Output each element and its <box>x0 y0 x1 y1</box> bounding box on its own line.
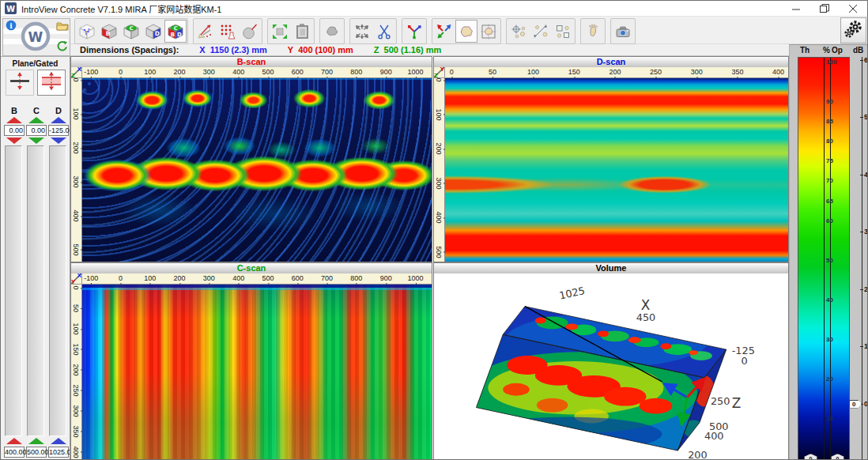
c-max-value-field[interactable]: 500.00 <box>26 447 47 458</box>
view-c-scan-button[interactable]: C <box>120 20 142 43</box>
b-max-up-button[interactable] <box>6 438 22 444</box>
pan-button[interactable] <box>351 20 373 43</box>
axis-tick: 150 <box>72 343 80 355</box>
volume-3d-view[interactable]: 1025 X 450 -125 0 250 Z 500 400 200 <box>434 273 788 460</box>
c-scan-axis-corner: XY <box>71 273 82 285</box>
view-b-scan-button[interactable]: B <box>98 20 120 43</box>
db-tick: 5 <box>864 113 868 121</box>
scale-divider <box>824 58 825 460</box>
d-scan-axis-corner: YZ <box>434 67 445 78</box>
c-max-up-button[interactable] <box>28 438 44 444</box>
d-scan-panel: D-scan YZ 050100150200250300350400 01002… <box>433 56 789 262</box>
axis-tick: 400 <box>72 209 80 221</box>
gears-icon <box>843 19 864 43</box>
c-scan-title: C-scan <box>71 263 432 274</box>
align-vector-button[interactable] <box>530 20 552 43</box>
d-max-up-button[interactable] <box>51 438 66 444</box>
d-slider-track[interactable] <box>49 145 66 436</box>
snapshot-button[interactable] <box>612 20 634 43</box>
b-scan-heatmap[interactable] <box>82 78 432 262</box>
defect-shape-button[interactable] <box>455 20 477 43</box>
d-scan-heatmap[interactable] <box>445 78 788 262</box>
sphere-probe-button[interactable] <box>239 20 261 43</box>
c-up-button[interactable] <box>28 117 44 123</box>
align-squares-button[interactable] <box>552 20 574 43</box>
gated-mode-button[interactable] <box>37 70 66 96</box>
axis-tick: 50 <box>489 68 496 76</box>
axis-tick: -100 <box>84 274 98 282</box>
window-title: IntroView Concrete V7.1.9 MIRA 厂家网站数据KM-… <box>21 2 222 15</box>
plane-mode-button[interactable] <box>6 70 34 96</box>
c-down-button[interactable] <box>28 138 44 144</box>
maximize-button[interactable] <box>810 1 839 17</box>
d-up-button[interactable] <box>51 117 66 123</box>
d-value-field[interactable]: -125.00 <box>48 125 69 136</box>
volume-label-x-mid: 450 <box>636 311 656 323</box>
b-value-field[interactable]: 0.00 <box>4 125 25 136</box>
axis-tick: 250 <box>72 384 80 396</box>
axis-tick: 250 <box>650 68 662 76</box>
corner-h-axis-label: Y <box>440 66 444 73</box>
fit-to-window-button[interactable] <box>269 20 291 43</box>
toolbar-group <box>349 18 397 44</box>
frame-view-button[interactable] <box>291 20 313 43</box>
b-slider-track[interactable] <box>5 145 22 436</box>
volume-label-y-mid: 200 <box>688 449 708 460</box>
c-scan-heatmap[interactable] <box>82 285 432 460</box>
dot-matrix-button[interactable] <box>217 20 239 43</box>
axis-tool-button[interactable] <box>403 20 425 43</box>
view-volume-button[interactable] <box>76 20 98 43</box>
percent-tick: 100 <box>826 58 836 66</box>
toolbar-group <box>193 18 262 44</box>
footprint-button[interactable] <box>582 20 604 43</box>
z-dimension: Z500 (1.16) mm <box>374 45 442 55</box>
window-controls <box>782 1 867 17</box>
dimensions-bar: Dimensions (Spacings): X1150 (2.3) mm Y4… <box>70 44 789 56</box>
axis-tick: 100 <box>144 274 156 282</box>
b-max-value-field[interactable]: 400.00 <box>4 447 25 458</box>
c-slider-track[interactable] <box>27 145 44 436</box>
axis-tick: 100 <box>527 68 539 76</box>
c-value-field[interactable]: 0.00 <box>26 125 47 136</box>
d-down-button[interactable] <box>51 138 66 144</box>
b-down-button[interactable] <box>6 138 22 144</box>
palette-arrows-button[interactable] <box>194 20 217 43</box>
app-window: W IntroView Concrete V7.1.9 MIRA 厂家网站数据K… <box>0 0 868 460</box>
align-points-button[interactable] <box>508 20 530 43</box>
defect-frame-button[interactable] <box>477 20 500 43</box>
d-scan-v-ruler: 0100200300400500 <box>434 78 445 262</box>
title-bar: W IntroView Concrete V7.1.9 MIRA 厂家网站数据K… <box>1 1 867 17</box>
axis-tick: 500 <box>72 243 80 255</box>
reload-button[interactable] <box>55 41 69 55</box>
axis-tick: 300 <box>435 177 443 189</box>
svg-text:C: C <box>174 25 178 32</box>
percent-tick: 80 <box>826 138 833 145</box>
axis-tick: 200 <box>609 68 621 76</box>
shape-tool-button[interactable] <box>321 20 343 43</box>
d-max-value-field[interactable]: 1025.00 <box>48 447 69 458</box>
axis-tick: 1000 <box>407 274 423 282</box>
sphere-probe-icon <box>241 23 259 40</box>
dimensions-label: Dimensions (Spacings): <box>80 45 179 55</box>
view-all-scans-button[interactable]: CBD <box>164 20 187 43</box>
b-up-button[interactable] <box>6 117 22 123</box>
squares-shapes-icon <box>554 23 572 40</box>
info-button[interactable]: i <box>4 20 17 33</box>
axis-tick: 350 <box>72 425 80 437</box>
b-scan-title: B-scan <box>71 57 432 68</box>
settings-button[interactable] <box>840 17 866 43</box>
percent-tick: 40 <box>826 296 833 303</box>
view-d-scan-button[interactable]: D <box>142 20 164 43</box>
open-file-button[interactable] <box>55 20 69 33</box>
color-scale[interactable]: 100908580757065605040302010 <box>798 57 850 460</box>
volume-title: Volume <box>434 263 788 274</box>
cut-button[interactable] <box>373 20 395 43</box>
axis-tick: 400 <box>772 68 784 76</box>
toolbar-groups: BCDCBD <box>74 18 636 44</box>
percent-tick: 85 <box>826 118 833 125</box>
minimize-button[interactable] <box>782 1 810 17</box>
direction-arrows-button[interactable] <box>433 20 455 43</box>
axis-tick: 0 <box>119 274 123 282</box>
close-button[interactable] <box>839 1 867 17</box>
db-slider[interactable]: 0 <box>849 400 862 409</box>
